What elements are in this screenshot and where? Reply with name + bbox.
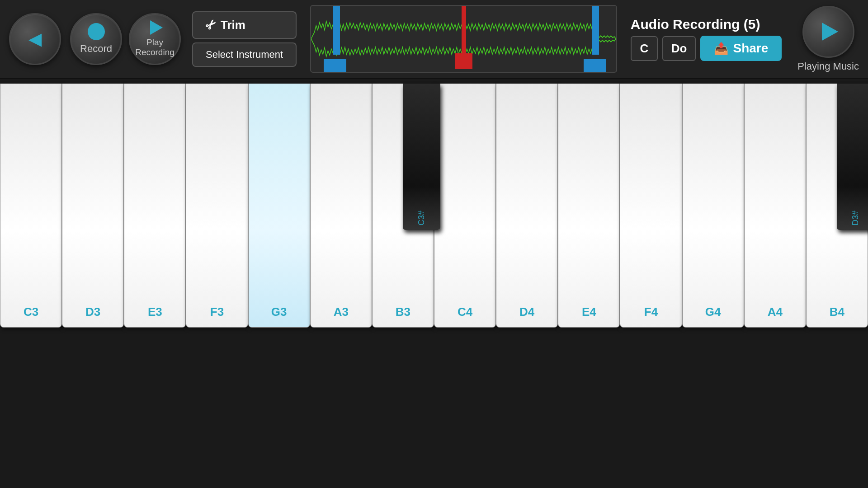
audio-title: Audio Recording (5) (631, 17, 760, 32)
white-key-label-G3: G3 (271, 305, 287, 319)
white-key-E4[interactable]: E4 (558, 84, 620, 328)
white-key-label-F3: F3 (210, 305, 224, 319)
playing-music-icon (822, 23, 838, 41)
record-label: Record (80, 43, 112, 55)
play-recording-button[interactable]: Play Recording (129, 13, 181, 65)
trim-label: Trim (221, 18, 245, 32)
white-key-label-E4: E4 (582, 305, 596, 319)
playing-music-button[interactable] (802, 6, 854, 58)
play-recording-icon (150, 20, 163, 35)
white-key-label-D4: D4 (519, 305, 534, 319)
trim-handle-bottom-right[interactable] (584, 59, 606, 72)
white-key-label-B4: B4 (830, 305, 844, 319)
white-key-C4[interactable]: C4 (434, 84, 496, 328)
playhead-knob[interactable] (455, 53, 472, 69)
share-label: Share (733, 41, 768, 56)
record-button[interactable]: Record (70, 13, 122, 65)
white-key-label-C4: C4 (458, 305, 472, 319)
black-key-label-D3#: D3# (851, 211, 860, 225)
white-key-label-A3: A3 (334, 305, 349, 319)
white-key-label-F4: F4 (644, 305, 658, 319)
white-key-A4[interactable]: A4 (744, 84, 806, 328)
white-key-A3[interactable]: A3 (310, 84, 372, 328)
instrument-section: ✂ Trim Select Instrument (192, 11, 297, 67)
playing-music-label: Playing Music (797, 61, 859, 72)
white-key-label-A4: A4 (768, 305, 783, 319)
select-instrument-label: Select Instrument (206, 49, 283, 60)
audio-controls-row: C Do 📤 Share (631, 36, 782, 61)
scissors-icon: ✂ (202, 16, 220, 34)
waveform-display[interactable] (310, 5, 617, 73)
trim-handle-left[interactable] (333, 6, 340, 55)
note-c-badge[interactable]: C (631, 36, 658, 61)
white-key-G4[interactable]: G4 (682, 84, 744, 328)
black-key-D3#[interactable]: D3# (837, 84, 868, 230)
white-key-E3[interactable]: E3 (124, 84, 186, 328)
playhead[interactable] (462, 6, 466, 53)
white-key-F4[interactable]: F4 (620, 84, 682, 328)
white-key-G3[interactable]: G3 (248, 84, 310, 328)
white-key-D3[interactable]: D3 (62, 84, 124, 328)
white-key-label-D3: D3 (85, 305, 100, 319)
select-instrument-button[interactable]: Select Instrument (192, 42, 297, 67)
back-button[interactable]: ◀ (9, 13, 61, 65)
black-key-label-C3#: C3# (417, 211, 426, 225)
white-key-label-B3: B3 (396, 305, 410, 319)
trim-handle-right[interactable] (592, 6, 599, 55)
piano-area: C3D3E3F3G3A3B3C4D4E4F4G4A4B4 C3#D3#F3#G3… (0, 79, 868, 488)
white-key-F3[interactable]: F3 (186, 84, 248, 328)
white-key-label-E3: E3 (148, 305, 162, 319)
share-button[interactable]: 📤 Share (700, 36, 782, 61)
audio-info-section: Audio Recording (5) C Do 📤 Share (631, 17, 782, 61)
trim-button[interactable]: ✂ Trim (192, 11, 297, 39)
white-key-D4[interactable]: D4 (496, 84, 558, 328)
playing-music-section: Playing Music (797, 6, 859, 72)
white-key-C3[interactable]: C3 (0, 84, 62, 328)
white-key-label-G4: G4 (705, 305, 721, 319)
record-icon (88, 23, 105, 40)
share-icon: 📤 (714, 42, 728, 56)
play-recording-label: Play Recording (130, 38, 179, 57)
piano-keyboard: C3D3E3F3G3A3B3C4D4E4F4G4A4B4 C3#D3#F3#G3… (0, 84, 868, 328)
trim-handle-bottom-left[interactable] (324, 59, 346, 72)
top-bar: ◀ Record Play Recording ✂ Trim Select In… (0, 0, 868, 79)
black-key-C3#[interactable]: C3# (403, 84, 440, 230)
white-key-label-C3: C3 (24, 305, 38, 319)
back-icon: ◀ (28, 29, 42, 49)
note-do-badge[interactable]: Do (662, 36, 696, 61)
